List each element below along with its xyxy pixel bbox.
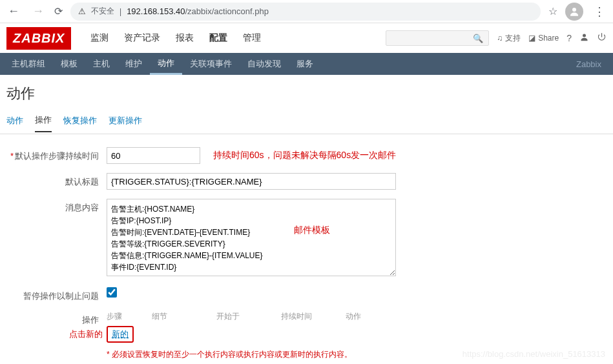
watermark: https://blog.csdn.net/weixin_51613313 <box>462 349 605 359</box>
search-icon: 🔍 <box>473 34 483 43</box>
tab-action[interactable]: 动作 <box>6 115 23 132</box>
browser-toolbar: ← → ⟳ ⚠ 不安全 | 192.168.153.40/zabbix/acti… <box>0 0 613 23</box>
nav-configuration[interactable]: 配置 <box>203 27 234 49</box>
tab-operations[interactable]: 操作 <box>35 114 52 132</box>
label-step-duration: *默认操作步骤持续时间 <box>6 147 107 164</box>
zabbix-logo[interactable]: ZABBIX <box>6 27 71 50</box>
step-duration-input[interactable] <box>107 147 200 164</box>
app-header: ZABBIX 监测 资产记录 报表 配置 管理 🔍 ♫ 支持 ◪ Share ? <box>0 23 613 53</box>
sub-nav: 主机群组 模板 主机 维护 动作 关联项事件 自动发现 服务 Zabbix <box>0 53 613 75</box>
col-step: 步骤 <box>107 311 152 322</box>
label-default-title: 默认标题 <box>6 173 107 190</box>
subnav-hosts[interactable]: 主机 <box>85 53 118 75</box>
label-pause: 暂停操作以制止问题 <box>6 287 107 302</box>
label-message: 消息内容 <box>6 199 107 278</box>
annotation-template: 邮件模板 <box>294 225 330 236</box>
nav-monitoring[interactable]: 监测 <box>84 27 115 49</box>
nav-inventory[interactable]: 资产记录 <box>118 27 167 49</box>
support-link[interactable]: ♫ 支持 <box>497 33 521 44</box>
svg-point-1 <box>583 34 586 37</box>
user-icon[interactable] <box>579 32 589 44</box>
col-action: 动作 <box>346 311 410 322</box>
profile-avatar[interactable] <box>565 3 583 21</box>
col-start: 开始于 <box>216 311 281 322</box>
subnav-actions[interactable]: 动作 <box>150 53 182 75</box>
nav-reports[interactable]: 报表 <box>169 27 200 49</box>
annotation-duration: 持续时间60s，问题未解决每隔60s发一次邮件 <box>213 150 396 161</box>
subnav-discovery[interactable]: 自动发现 <box>240 53 289 75</box>
form-tabs: 动作 操作 恢复操作 更新操作 <box>0 112 613 134</box>
bookmark-icon[interactable]: ☆ <box>548 5 557 17</box>
message-textarea[interactable]: 告警主机:{HOST.NAME} 告警IP:{HOST.IP} 告警时间:{EV… <box>107 199 396 276</box>
url-text: 192.168.153.40/zabbix/actionconf.php <box>127 6 269 16</box>
subnav-hostgroups[interactable]: 主机群组 <box>4 53 53 75</box>
tab-update[interactable]: 更新操作 <box>109 115 142 132</box>
share-link[interactable]: ◪ Share <box>528 34 559 43</box>
operations-table: 步骤 细节 开始于 持续时间 动作 点击新的 新的 <box>107 311 410 343</box>
svg-point-0 <box>572 8 576 12</box>
pause-checkbox[interactable] <box>107 287 117 298</box>
subnav-services[interactable]: 服务 <box>289 53 321 75</box>
back-button[interactable]: ← <box>5 5 22 18</box>
browser-menu-icon[interactable]: ⋮ <box>591 5 608 19</box>
subnav-correlation[interactable]: 关联项事件 <box>182 53 240 75</box>
reload-button[interactable]: ⟳ <box>54 5 63 17</box>
default-title-input[interactable] <box>107 173 396 190</box>
subnav-templates[interactable]: 模板 <box>53 53 85 75</box>
forward-button[interactable]: → <box>30 5 47 18</box>
form-area: *默认操作步骤持续时间 持续时间60s，问题未解决每隔60s发一次邮件 默认标题… <box>0 134 613 364</box>
page-title: 动作 <box>0 75 613 112</box>
col-detail: 细节 <box>152 311 216 322</box>
search-input[interactable]: 🔍 <box>386 30 489 46</box>
tab-recovery[interactable]: 恢复操作 <box>63 115 97 132</box>
label-operations: 操作 <box>82 315 99 325</box>
warning-icon: ⚠ <box>78 6 86 16</box>
col-duration: 持续时间 <box>281 311 346 322</box>
logout-icon[interactable] <box>597 32 607 44</box>
nav-administration[interactable]: 管理 <box>236 27 267 49</box>
brand-short: Zabbix <box>568 53 609 75</box>
help-icon[interactable]: ? <box>566 33 572 43</box>
security-label: 不安全 <box>91 6 114 17</box>
address-bar[interactable]: ⚠ 不安全 | 192.168.153.40/zabbix/actionconf… <box>70 3 541 21</box>
main-nav: 监测 资产记录 报表 配置 管理 <box>84 27 267 49</box>
new-operation-link[interactable]: 新的 <box>107 326 134 343</box>
subnav-maintenance[interactable]: 维护 <box>118 53 150 75</box>
